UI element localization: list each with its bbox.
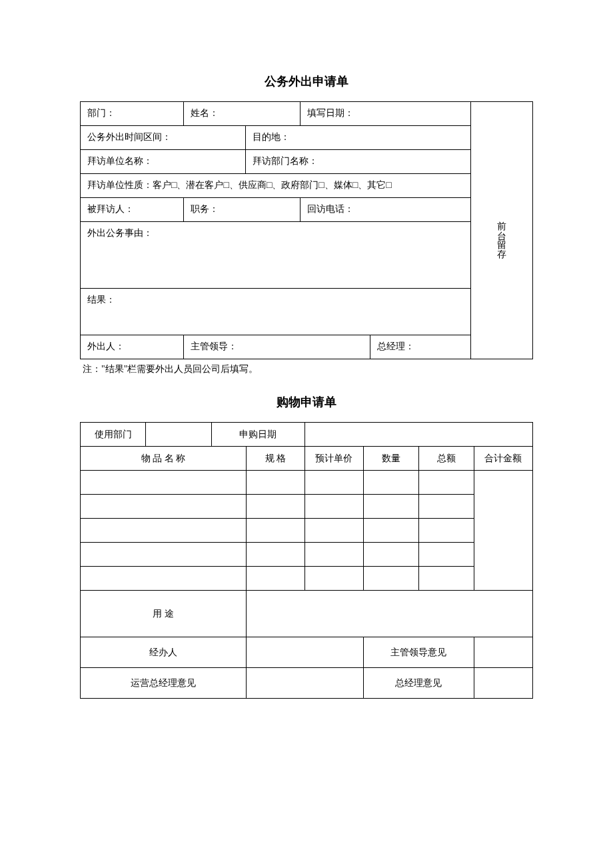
- field-use-dept[interactable]: [146, 423, 211, 447]
- field-time-range[interactable]: 公务外出时间区间：: [81, 126, 246, 150]
- label-purpose: 用 途: [81, 591, 247, 637]
- item-row-qty[interactable]: [363, 471, 418, 495]
- col-item-name: 物 品 名 称: [81, 447, 247, 471]
- item-row-price[interactable]: [305, 471, 363, 495]
- label-supervisor-opinion: 主管领导意见: [363, 637, 474, 668]
- field-visit-dept-name[interactable]: 拜访部门名称：: [245, 150, 470, 174]
- item-row-qty[interactable]: [363, 543, 418, 567]
- field-ops-gm-opinion[interactable]: [246, 668, 363, 699]
- col-total: 总额: [418, 447, 474, 471]
- form1-table: 部门： 姓名： 填写日期： 前台留存 公务外出时间区间： 目的地： 拜访单位名称…: [80, 101, 533, 359]
- item-row-total[interactable]: [418, 519, 474, 543]
- label-handler: 经办人: [81, 637, 247, 668]
- item-row-price[interactable]: [305, 567, 363, 591]
- label-purchase-date: 申购日期: [211, 423, 305, 447]
- label-use-dept: 使用部门: [81, 423, 146, 447]
- field-destination[interactable]: 目的地：: [245, 126, 470, 150]
- item-row-total[interactable]: [418, 495, 474, 519]
- item-row-price[interactable]: [305, 495, 363, 519]
- field-reason[interactable]: 外出公务事由：: [81, 222, 471, 289]
- label-ops-gm-opinion: 运营总经理意见: [81, 668, 247, 699]
- field-handler[interactable]: [246, 637, 363, 668]
- item-row-qty[interactable]: [363, 519, 418, 543]
- field-result[interactable]: 结果：: [81, 289, 471, 335]
- form1-note: 注："结果"栏需要外出人员回公司后填写。: [80, 363, 533, 375]
- item-row-spec[interactable]: [246, 519, 305, 543]
- item-row-name[interactable]: [81, 495, 247, 519]
- field-callback[interactable]: 回访电话：: [300, 198, 470, 222]
- field-visitee[interactable]: 被拜访人：: [81, 198, 184, 222]
- field-gm[interactable]: 总经理：: [370, 335, 471, 359]
- field-grand-total[interactable]: [474, 471, 532, 591]
- field-visit-org-type[interactable]: 拜访单位性质：客户□、潜在客户□、供应商□、政府部门□、媒体□、其它□: [81, 174, 471, 198]
- item-row-qty[interactable]: [363, 495, 418, 519]
- item-row-name[interactable]: [81, 567, 247, 591]
- item-row-name[interactable]: [81, 519, 247, 543]
- field-purchase-date[interactable]: [305, 423, 532, 447]
- form1-title: 公务外出申请单: [80, 73, 533, 89]
- item-row-spec[interactable]: [246, 471, 305, 495]
- item-row-spec[interactable]: [246, 567, 305, 591]
- item-row-spec[interactable]: [246, 495, 305, 519]
- item-row-total[interactable]: [418, 567, 474, 591]
- col-est-price: 预计单价: [305, 447, 363, 471]
- item-row-price[interactable]: [305, 543, 363, 567]
- field-position[interactable]: 职务：: [184, 198, 301, 222]
- field-gm-opinion[interactable]: [474, 668, 532, 699]
- form2-title: 购物申请单: [80, 394, 533, 410]
- form2-table: 使用部门 申购日期 物 品 名 称 规 格 预计单价 数量 总额 合计金额: [80, 422, 533, 699]
- col-spec: 规 格: [246, 447, 305, 471]
- field-visit-org-name[interactable]: 拜访单位名称：: [81, 150, 246, 174]
- col-qty: 数量: [363, 447, 418, 471]
- item-row-name[interactable]: [81, 543, 247, 567]
- item-row-qty[interactable]: [363, 567, 418, 591]
- field-name[interactable]: 姓名：: [184, 102, 301, 126]
- item-row-total[interactable]: [418, 471, 474, 495]
- col-grand-total: 合计金额: [474, 447, 532, 471]
- field-supervisor[interactable]: 主管领导：: [184, 335, 370, 359]
- field-out-person[interactable]: 外出人：: [81, 335, 184, 359]
- item-row-name[interactable]: [81, 471, 247, 495]
- field-dept[interactable]: 部门：: [81, 102, 184, 126]
- side-note: 前台留存: [470, 102, 532, 359]
- item-row-total[interactable]: [418, 543, 474, 567]
- label-gm-opinion: 总经理意见: [363, 668, 474, 699]
- field-purpose[interactable]: [246, 591, 532, 637]
- item-row-price[interactable]: [305, 519, 363, 543]
- field-supervisor-opinion[interactable]: [474, 637, 532, 668]
- field-fill-date[interactable]: 填写日期：: [300, 102, 470, 126]
- item-row-spec[interactable]: [246, 543, 305, 567]
